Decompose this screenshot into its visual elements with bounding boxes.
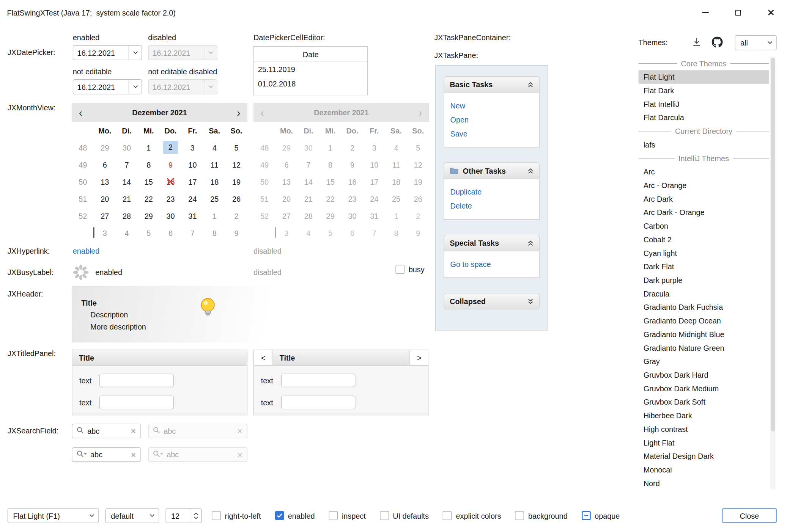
calendar-day[interactable]: 15 <box>138 173 160 190</box>
theme-item-flat-darcula[interactable]: Flat Darcula <box>638 111 769 124</box>
theme-item-flat-dark[interactable]: Flat Dark <box>638 84 769 97</box>
maximize-button[interactable] <box>722 0 754 25</box>
calendar-day[interactable]: 12 <box>225 156 247 173</box>
theme-item-gray[interactable]: Gray <box>638 355 769 368</box>
search-input[interactable] <box>90 450 128 459</box>
theme-item-arc-dark-orange[interactable]: Arc Dark - Orange <box>638 206 769 219</box>
font-select-combo[interactable]: default <box>105 508 159 523</box>
theme-item-gradianto-nature-green[interactable]: Gradianto Nature Green <box>638 341 769 355</box>
calendar-day[interactable]: 5 <box>138 224 160 241</box>
theme-select-combo[interactable]: Flat Light (F1) <box>8 508 99 523</box>
checkbox-busy[interactable]: busy <box>395 265 424 274</box>
calendar-day[interactable]: 3 <box>181 139 203 156</box>
calendar-day[interactable]: 11 <box>203 156 225 173</box>
spinner-value[interactable]: 12 <box>166 508 190 523</box>
theme-item-monocai[interactable]: Monocai <box>638 463 769 477</box>
clear-search-icon[interactable]: × <box>131 427 136 436</box>
theme-item-nord[interactable]: Nord <box>638 477 769 490</box>
calendar-day[interactable]: 21 <box>116 190 138 207</box>
themes-filter-combo[interactable]: all <box>735 35 777 50</box>
checkbox-box[interactable] <box>329 511 338 520</box>
checkbox-ui-defaults[interactable]: UI defaults <box>380 511 429 520</box>
theme-item-cyan-light[interactable]: Cyan light <box>638 246 769 260</box>
taskpane-link-delete[interactable]: Delete <box>450 199 533 213</box>
panel-nav-right-button[interactable]: > <box>409 350 428 365</box>
calendar-day[interactable]: 27 <box>94 207 116 224</box>
spinner-buttons[interactable] <box>190 508 201 523</box>
checkbox-explicit-colors[interactable]: explicit colors <box>443 511 501 520</box>
search-menu-icon[interactable] <box>76 450 87 459</box>
checkbox-right-to-left[interactable]: right-to-left <box>212 511 261 520</box>
calendar-day[interactable]: 7 <box>116 156 138 173</box>
font-size-spinner[interactable]: 12 <box>165 508 201 523</box>
calendar-day[interactable]: 14 <box>116 173 138 190</box>
taskpane-link-go-to-space[interactable]: Go to space <box>450 257 533 271</box>
taskpane-link-duplicate[interactable]: Duplicate <box>450 185 533 199</box>
minimize-button[interactable] <box>689 0 722 25</box>
calendar-day[interactable]: 24 <box>181 190 203 207</box>
calendar-day[interactable]: 2 <box>225 207 247 224</box>
taskpane-link-save[interactable]: Save <box>450 127 533 141</box>
collapse-icon[interactable] <box>527 168 534 174</box>
calendar-day[interactable]: 13 <box>94 173 116 190</box>
calendar-day[interactable]: 10 <box>181 156 203 173</box>
calendar-day[interactable]: 8 <box>138 156 160 173</box>
theme-item-gruvbox-dark-hard[interactable]: Gruvbox Dark Hard <box>638 368 769 382</box>
theme-item-high-contrast[interactable]: High contrast <box>638 422 769 436</box>
theme-item-gruvbox-dark-soft[interactable]: Gruvbox Dark Soft <box>638 395 769 409</box>
calendar-day[interactable]: 19 <box>225 173 247 190</box>
theme-item-arc-orange[interactable]: Arc - Orange <box>638 179 769 192</box>
calendar-day[interactable]: 1 <box>138 139 160 156</box>
checkbox-box[interactable] <box>515 511 524 520</box>
next-month-button[interactable]: › <box>237 107 240 118</box>
calendar-day[interactable]: 8 <box>203 224 225 241</box>
checkbox-box[interactable] <box>582 511 591 520</box>
search-field-with-menu[interactable]: × <box>72 447 141 462</box>
calendar-day[interactable]: 28 <box>116 207 138 224</box>
calendar-day[interactable]: 30 <box>160 207 182 224</box>
calendar-day[interactable]: 9 <box>225 224 247 241</box>
calendar-day[interactable]: 26 <box>225 190 247 207</box>
calendar-day[interactable]: 3 <box>94 224 116 241</box>
themes-scrollbar[interactable] <box>770 56 776 489</box>
github-button[interactable] <box>711 36 724 49</box>
checkbox-box[interactable] <box>275 511 284 520</box>
datepicker-dropdown-button[interactable] <box>129 80 142 94</box>
theme-item-light-flat[interactable]: Light Flat <box>638 436 769 449</box>
checkbox-box[interactable] <box>212 511 221 520</box>
text-input[interactable] <box>281 373 356 387</box>
text-input[interactable] <box>281 396 356 410</box>
datepicker-value[interactable]: 16.12.2021 <box>73 46 128 60</box>
panel-nav-left-button[interactable]: < <box>254 350 273 365</box>
taskpane-header[interactable]: Special Tasks <box>444 235 540 251</box>
taskpane-link-new[interactable]: New <box>450 99 533 113</box>
calendar-day[interactable]: 20 <box>94 190 116 207</box>
calendar-day[interactable]: 5 <box>225 139 247 156</box>
theme-item-carbon[interactable]: Carbon <box>638 219 769 233</box>
calendar-day[interactable]: 6 <box>160 224 182 241</box>
theme-item-flat-intellij[interactable]: Flat IntelliJ <box>638 97 769 111</box>
calendar-day[interactable]: 9 <box>160 156 182 173</box>
calendar-day[interactable]: 2 <box>160 139 182 156</box>
checkbox-box[interactable] <box>395 265 405 274</box>
table-row[interactable]: 01.02.2018 <box>254 76 367 90</box>
calendar-day[interactable]: 18 <box>203 173 225 190</box>
calendar-day[interactable]: 29 <box>94 139 116 156</box>
checkbox-enabled[interactable]: enabled <box>275 511 315 520</box>
checkbox-inspect[interactable]: inspect <box>329 511 365 520</box>
download-themes-button[interactable] <box>691 37 703 49</box>
theme-item-gruvbox-dark-medium[interactable]: Gruvbox Dark Medium <box>638 382 769 395</box>
datepicker-not-editable[interactable]: 16.12.2021 <box>73 79 142 94</box>
collapse-icon[interactable] <box>527 240 534 246</box>
datepicker-value[interactable]: 16.12.2021 <box>73 80 128 94</box>
calendar-day[interactable]: 4 <box>203 139 225 156</box>
checkbox-background[interactable]: background <box>515 511 568 520</box>
calendar-day[interactable]: 6 <box>94 156 116 173</box>
theme-item-material-design-dark[interactable]: Material Design Dark <box>638 449 769 463</box>
theme-item-arc[interactable]: Arc <box>638 165 769 179</box>
close-window-button[interactable] <box>754 0 787 25</box>
calendar-day[interactable]: 29 <box>138 207 160 224</box>
taskpane-header[interactable]: Other Tasks <box>444 163 540 179</box>
taskpane-link-open[interactable]: Open <box>450 113 533 127</box>
prev-month-button[interactable]: ‹ <box>79 107 82 118</box>
